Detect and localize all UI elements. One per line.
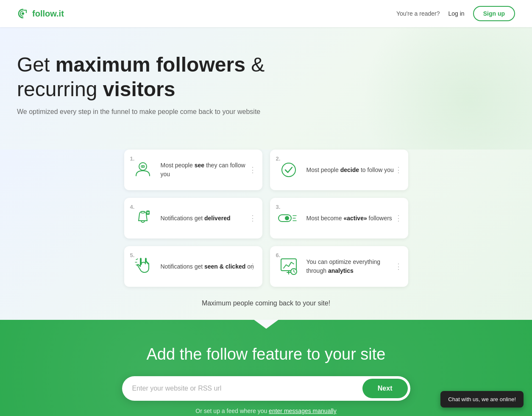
max-back-label: Maximum people coming back to your site! bbox=[0, 287, 532, 311]
feature-number-3: 3. bbox=[276, 204, 281, 210]
feature-card-2: 2. Most people decide to follow you ⋮ bbox=[270, 150, 408, 190]
feature-text-5: Notifications get seen & clicked on bbox=[161, 262, 255, 271]
green-footer: Or set up a feed where you enter message… bbox=[17, 408, 515, 414]
feature-card-6: 6. You can optimize everything through a… bbox=[270, 246, 408, 287]
feature-menu-3[interactable]: ⋮ bbox=[393, 212, 404, 225]
chat-bubble[interactable]: Chat with us, we are online! bbox=[440, 391, 524, 408]
checkmark-circle-icon bbox=[278, 159, 300, 181]
feature-menu-4[interactable]: ⋮ bbox=[247, 212, 258, 225]
url-form: Next bbox=[122, 376, 410, 401]
feature-text-4: Notifications get delivered bbox=[161, 214, 255, 223]
reader-link[interactable]: You're a reader? bbox=[396, 10, 440, 17]
nav-actions: You're a reader? Log in Sign up bbox=[396, 6, 515, 21]
hero-subtitle: We optimized every step in the funnel to… bbox=[17, 108, 515, 116]
feature-number-5: 5. bbox=[130, 252, 135, 258]
next-button[interactable]: Next bbox=[362, 379, 408, 398]
feature-menu-1[interactable]: ⋮ bbox=[247, 164, 258, 176]
url-input[interactable] bbox=[132, 379, 362, 398]
green-title: Add the follow feature to your site bbox=[17, 345, 515, 363]
svg-point-0 bbox=[22, 12, 24, 15]
feature-text-6: You can optimize everything through anal… bbox=[306, 258, 401, 275]
feature-menu-2[interactable]: ⋮ bbox=[393, 164, 404, 176]
feature-card-5: 5. Notifications get seen & clicked on ⋮ bbox=[124, 246, 262, 287]
feature-number-4: 4. bbox=[130, 204, 135, 210]
svg-point-8 bbox=[285, 216, 289, 220]
feature-card-1: 1. Most people see they can follow you ⋮ bbox=[124, 150, 262, 190]
feature-text-2: Most people decide to follow you bbox=[306, 166, 401, 175]
person-eye-icon bbox=[132, 159, 154, 181]
hand-click-icon bbox=[132, 255, 154, 277]
manual-feed-link[interactable]: enter messages manually bbox=[269, 408, 337, 414]
feature-number-1: 1. bbox=[130, 155, 135, 162]
feature-text-1: Most people see they can follow you bbox=[161, 161, 255, 179]
feature-number-6: 6. bbox=[276, 252, 281, 258]
navbar: follow.it You're a reader? Log in Sign u… bbox=[0, 0, 532, 27]
feature-menu-5[interactable]: ⋮ bbox=[247, 260, 258, 273]
svg-point-4 bbox=[282, 163, 295, 177]
toggle-active-icon bbox=[278, 207, 300, 229]
login-link[interactable]: Log in bbox=[448, 10, 465, 17]
hero-section: Get maximum followers & recurring visito… bbox=[0, 27, 532, 150]
feature-card-4: 4. Notifications get delivered ⋮ bbox=[124, 198, 262, 239]
logo[interactable]: follow.it bbox=[17, 8, 64, 19]
logo-icon bbox=[17, 8, 29, 19]
features-grid: 1. Most people see they can follow you ⋮… bbox=[107, 150, 425, 287]
hero-title: Get maximum followers & recurring visito… bbox=[17, 53, 314, 101]
chart-analytics-icon bbox=[278, 255, 300, 277]
feature-card-3: 3. Most become «active» followers ⋮ bbox=[270, 198, 408, 239]
feature-menu-6[interactable]: ⋮ bbox=[393, 260, 404, 273]
svg-point-3 bbox=[142, 166, 143, 167]
logo-text: follow.it bbox=[32, 9, 64, 19]
feature-text-3: Most become «active» followers bbox=[306, 214, 401, 223]
signup-button[interactable]: Sign up bbox=[473, 6, 515, 21]
notification-bell-icon bbox=[132, 207, 154, 229]
feature-number-2: 2. bbox=[276, 155, 281, 162]
